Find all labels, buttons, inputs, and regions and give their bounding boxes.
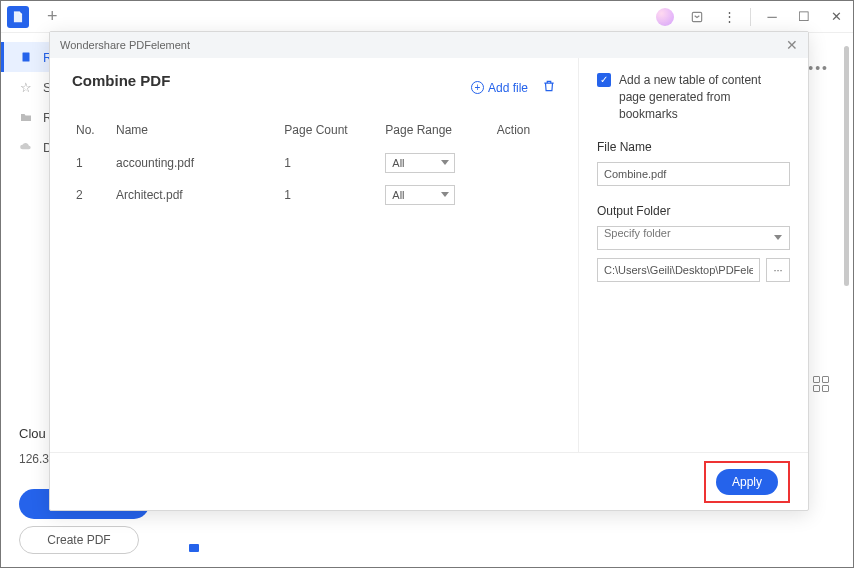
modal-heading: Combine PDF xyxy=(72,72,170,89)
page-range-select[interactable]: All xyxy=(385,153,455,173)
toc-checkbox[interactable]: ✓ xyxy=(597,73,611,87)
create-pdf-button[interactable]: Create PDF xyxy=(19,526,139,554)
add-file-button[interactable]: + Add file xyxy=(471,81,528,95)
cell-name: accounting.pdf xyxy=(112,147,280,179)
file-table: No. Name Page Count Page Range Action 1 … xyxy=(72,117,556,211)
col-name: Name xyxy=(112,117,280,147)
cell-page-count: 1 xyxy=(280,147,381,179)
orb-icon[interactable] xyxy=(654,6,676,28)
browse-button[interactable]: ··· xyxy=(766,258,790,282)
cloud-heading: Clou xyxy=(19,426,46,441)
add-file-label: Add file xyxy=(488,81,528,95)
maximize-icon[interactable]: ☐ xyxy=(793,6,815,28)
table-row[interactable]: 1 accounting.pdf 1 All xyxy=(72,147,556,179)
modal-right-pane: ✓ Add a new table of content page genera… xyxy=(578,58,808,452)
modal-header-row: Combine PDF + Add file xyxy=(72,72,556,103)
notifications-icon[interactable] xyxy=(686,6,708,28)
toc-checkbox-row: ✓ Add a new table of content page genera… xyxy=(597,72,790,122)
scrollbar[interactable] xyxy=(844,46,849,286)
output-path-input[interactable] xyxy=(597,258,760,282)
table-row[interactable]: 2 Architect.pdf 1 All xyxy=(72,179,556,211)
apply-button[interactable]: Apply xyxy=(716,469,778,495)
modal-titlebar: Wondershare PDFelement ✕ xyxy=(50,32,808,58)
svg-rect-1 xyxy=(23,53,30,62)
output-folder-select[interactable]: Specify folder xyxy=(597,226,790,250)
close-icon[interactable]: ✕ xyxy=(825,6,847,28)
col-no: No. xyxy=(72,117,112,147)
cloud-icon xyxy=(19,142,33,152)
cell-page-range: All xyxy=(381,147,493,179)
modal-footer: Apply xyxy=(50,452,808,510)
col-page-range: Page Range xyxy=(381,117,493,147)
folder-icon xyxy=(19,112,33,122)
menu-kebab-icon[interactable]: ⋮ xyxy=(718,6,740,28)
cell-page-range: All xyxy=(381,179,493,211)
modal-body: Combine PDF + Add file No. xyxy=(50,58,808,452)
col-action: Action xyxy=(493,117,556,147)
grid-view-icon[interactable] xyxy=(813,376,829,392)
plus-circle-icon: + xyxy=(471,81,484,94)
titlebar: + ⋮ ─ ☐ ✕ xyxy=(1,1,853,33)
star-icon: ☆ xyxy=(19,80,33,95)
output-folder-label: Output Folder xyxy=(597,204,790,218)
cell-no: 1 xyxy=(72,147,112,179)
modal-close-icon[interactable]: ✕ xyxy=(786,37,798,53)
trash-icon[interactable] xyxy=(542,79,556,97)
minimize-icon[interactable]: ─ xyxy=(761,6,783,28)
toc-label: Add a new table of content page generate… xyxy=(619,72,790,122)
app-window: + ⋮ ─ ☐ ✕ R ☆ S xyxy=(0,0,854,568)
accent-mark xyxy=(189,544,199,552)
cell-name: Architect.pdf xyxy=(112,179,280,211)
col-page-count: Page Count xyxy=(280,117,381,147)
file-icon xyxy=(19,51,33,63)
page-range-select[interactable]: All xyxy=(385,185,455,205)
modal-title-text: Wondershare PDFelement xyxy=(60,39,190,51)
cell-page-count: 1 xyxy=(280,179,381,211)
combine-pdf-modal: Wondershare PDFelement ✕ Combine PDF + A… xyxy=(49,31,809,511)
file-name-label: File Name xyxy=(597,140,790,154)
apply-highlight: Apply xyxy=(704,461,790,503)
path-row: ··· xyxy=(597,258,790,282)
app-logo xyxy=(7,6,29,28)
main-menu-icon[interactable]: ••• xyxy=(808,60,829,76)
file-name-input[interactable] xyxy=(597,162,790,186)
cell-no: 2 xyxy=(72,179,112,211)
modal-left-pane: Combine PDF + Add file No. xyxy=(50,58,578,452)
new-tab-button[interactable]: + xyxy=(47,6,58,27)
titlebar-separator xyxy=(750,8,751,26)
